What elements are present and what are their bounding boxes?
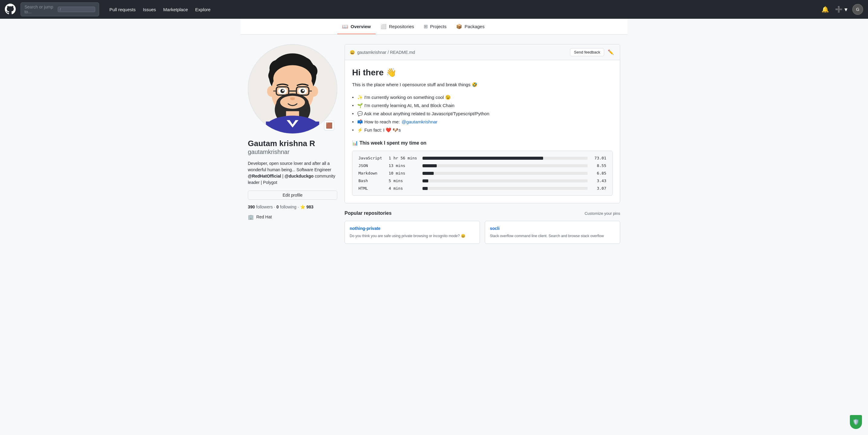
readme-breadcrumb: 😄 gautamkrishnar / README.md [350, 50, 415, 55]
star-icon: ⭐ [300, 204, 305, 209]
profile-sidebar: 🟫 Gautam krishna R gautamkrishnar Develo… [248, 44, 337, 220]
waka-bar [423, 164, 437, 167]
bullet-1: ✨ I'm currently working on something coo… [352, 93, 613, 102]
waka-bar [423, 172, 434, 175]
svg-point-28 [282, 90, 284, 91]
waka-row: JSON 13 mins 8.55 [359, 163, 606, 168]
repo-card: nothing-private Do you think you are saf… [345, 221, 480, 244]
waka-row: Bash 5 mins 3.43 [359, 178, 606, 183]
tab-overview[interactable]: 📖 Overview [337, 19, 376, 34]
popular-repos-title: Popular repositories [345, 210, 392, 216]
repos-grid: nothing-private Do you think you are saf… [345, 221, 620, 244]
tab-projects[interactable]: ⊞ Projects [419, 19, 451, 34]
profile-org: 🏢 Red Hat [248, 214, 337, 220]
profile-bio: Developer, open source lover and after a… [248, 160, 337, 186]
avatar-circle [248, 44, 337, 134]
wakatime-section: 📊 This week I spent my time on JavaScrip… [352, 140, 613, 196]
waka-row: HTML 4 mins 3.07 [359, 186, 606, 191]
readme-header: 😄 gautamkrishnar / README.md Send feedba… [345, 45, 620, 60]
waka-bar [423, 157, 543, 160]
edit-profile-button[interactable]: Edit profile [248, 191, 337, 200]
smiley-icon: 😄 [350, 50, 355, 55]
explore-link[interactable]: Explore [192, 5, 214, 14]
navbar: Search or jump to... / Pull requests Iss… [0, 0, 868, 19]
popular-repos-header: Popular repositories Customize your pins [345, 210, 620, 216]
waka-row: JavaScript 1 hr 56 mins 73.01 [359, 156, 606, 160]
page-container: 📖 Overview ⬜ Repositories ⊞ Projects 📦 P… [241, 0, 627, 254]
followers-label: followers [256, 204, 273, 209]
waka-bar-container [423, 157, 588, 160]
navbar-right: 🔔 ➕ ▾ G [820, 4, 863, 15]
customize-pins-link[interactable]: Customize your pins [585, 211, 620, 216]
org-name: Red Hat [256, 214, 272, 219]
waka-row: Markdown 10 mins 6.85 [359, 171, 606, 175]
bullet-4: 📫 How to reach me: @gautamkrishnar [352, 118, 613, 126]
waka-bar [423, 187, 428, 190]
reach-me-link[interactable]: @gautamkrishnar [402, 118, 438, 126]
tab-repositories[interactable]: ⬜ Repositories [376, 19, 419, 34]
repo-card-desc: Stack overflow command line client. Sear… [490, 233, 615, 239]
user-menu-button[interactable]: G [852, 4, 863, 15]
notifications-button[interactable]: 🔔 [820, 4, 830, 14]
bullet-2: 🌱 I'm currently learning AI, ML and Bloc… [352, 102, 613, 110]
readme-intro: This is the place where I opensource stu… [352, 81, 613, 88]
waka-bar-container [423, 179, 588, 182]
readme-heading: Hi there 👋 [352, 67, 613, 78]
profile-full-name: Gautam krishna R [248, 139, 337, 148]
waka-bar-container [423, 164, 588, 167]
following-count: 0 [277, 204, 279, 209]
wakatime-title: 📊 This week I spent my time on [352, 140, 613, 146]
following-label: following [280, 204, 296, 209]
bullet-5: ⚡ Fun fact: I ❤️ 🐶s [352, 126, 613, 134]
profile-username: gautamkrishnar [248, 148, 337, 155]
followers-count: 390 [248, 204, 255, 209]
waka-bar [423, 179, 428, 182]
repo-icon: ⬜ [380, 24, 386, 29]
building-icon: 🏢 [248, 214, 254, 220]
github-logo[interactable] [5, 4, 16, 16]
avatar-container: 🟫 [248, 44, 337, 134]
create-new-button[interactable]: ➕ ▾ [834, 4, 849, 14]
issues-link[interactable]: Issues [140, 5, 159, 14]
book-icon: 📖 [342, 24, 348, 29]
svg-point-29 [302, 90, 304, 91]
profile-right: 😄 gautamkrishnar / README.md Send feedba… [345, 44, 620, 244]
mention-ddg: @duckduckgo [285, 174, 314, 178]
svg-point-9 [273, 65, 312, 92]
repo-card-desc: Do you think you are safe using private … [350, 233, 475, 239]
bullet-3: 💬 Ask me about anything related to Javas… [352, 110, 613, 118]
tab-packages[interactable]: 📦 Packages [451, 19, 489, 34]
waka-bar-container [423, 172, 588, 175]
readme-header-actions: Send feedback ✏️ [570, 48, 615, 56]
main-content: 🟫 Gautam krishna R gautamkrishnar Develo… [241, 34, 627, 254]
status-badge[interactable]: 🟫 [324, 120, 334, 131]
profile-tabs: 📖 Overview ⬜ Repositories ⊞ Projects 📦 P… [241, 19, 627, 34]
marketplace-link[interactable]: Marketplace [160, 5, 191, 14]
stars-count: 983 [306, 204, 313, 209]
send-feedback-button[interactable]: Send feedback [570, 48, 604, 56]
package-icon: 📦 [456, 24, 462, 29]
project-icon: ⊞ [424, 24, 428, 29]
profile-stats: 390 followers · 0 following · ⭐ 983 [248, 204, 337, 209]
edit-readme-button[interactable]: ✏️ [607, 48, 615, 56]
main-nav: Pull requests Issues Marketplace Explore [106, 5, 214, 14]
waka-bar-container [423, 187, 588, 190]
wakatime-chart: JavaScript 1 hr 56 mins 73.01 JSON 13 mi… [352, 151, 613, 196]
repo-card: socli Stack overflow command line client… [485, 221, 620, 244]
search-input[interactable]: Search or jump to... / [21, 2, 99, 16]
mention-redhat: @RedHatOfficial [248, 174, 281, 178]
repo-card-name[interactable]: nothing-private [350, 226, 475, 231]
readme-body: Hi there 👋 This is the place where I ope… [345, 60, 620, 203]
slash-key: / [58, 7, 95, 12]
pull-requests-link[interactable]: Pull requests [106, 5, 139, 14]
readme-bullets: ✨ I'm currently working on something coo… [352, 93, 613, 134]
readme-card: 😄 gautamkrishnar / README.md Send feedba… [345, 44, 620, 203]
repo-card-name[interactable]: socli [490, 226, 615, 231]
